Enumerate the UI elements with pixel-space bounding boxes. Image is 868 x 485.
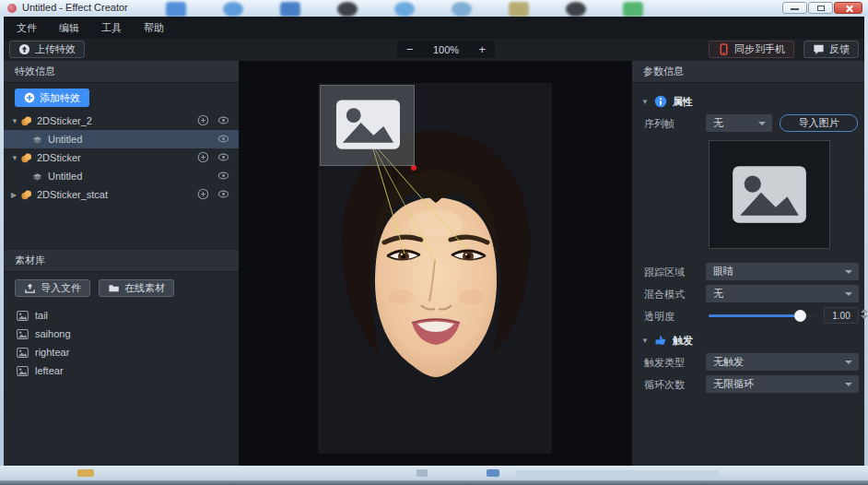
- app-window: Untitled - Effect Creator 文件 编辑 工具 帮助 上传…: [0, 0, 868, 485]
- blend-mode-value: 无: [713, 287, 723, 301]
- tree-item-label: 2DSticker: [37, 152, 81, 163]
- trigger-type-label: 触发类型: [644, 356, 685, 370]
- sequence-frame-row: 序列帧 无 导入图片: [632, 114, 864, 133]
- glass-background-icons: [166, 2, 792, 17]
- chevron-down-icon: [845, 361, 852, 364]
- sequence-frame-label: 序列帧: [644, 117, 674, 131]
- trigger-thumb-icon: [654, 334, 667, 347]
- app-icon: [7, 4, 17, 13]
- trigger-type-select[interactable]: 无触发: [706, 353, 859, 371]
- close-button[interactable]: [834, 2, 862, 14]
- taskbar-strip: [0, 466, 868, 485]
- minimize-icon: [791, 8, 799, 10]
- effect-tree: ▼ 2DSticker_2 Untitled: [4, 112, 239, 204]
- section-expanded-arrow-icon[interactable]: ▼: [641, 337, 649, 345]
- menu-file[interactable]: 文件: [17, 21, 37, 35]
- phone-icon: [718, 43, 730, 55]
- visibility-eye-icon[interactable]: [217, 170, 229, 182]
- properties-section-label: 属性: [673, 95, 693, 109]
- opacity-stepper[interactable]: [861, 309, 868, 319]
- visibility-eye-icon[interactable]: [217, 114, 229, 126]
- feedback-button[interactable]: 反馈: [803, 41, 859, 58]
- add-child-icon[interactable]: [197, 114, 209, 126]
- parameter-panel: 参数信息 ▼ 属性 序列帧 无 导入图片: [631, 61, 864, 466]
- blend-mode-label: 混合模式: [644, 288, 685, 302]
- expanded-arrow-icon[interactable]: ▼: [11, 154, 20, 162]
- online-material-button[interactable]: 在线素材: [99, 279, 174, 297]
- tree-item-2dsticker-2[interactable]: ▼ 2DSticker_2: [4, 112, 239, 130]
- material-image-icon: [17, 365, 29, 377]
- opacity-row: 透明度 1.00: [632, 307, 864, 325]
- collapsed-arrow-icon[interactable]: ▶: [11, 191, 20, 199]
- chevron-down-icon: [758, 122, 766, 125]
- opacity-value-box[interactable]: 1.00: [824, 307, 859, 324]
- tree-item-untitled-selected[interactable]: Untitled: [4, 130, 239, 148]
- import-file-button[interactable]: 导入文件: [15, 279, 90, 297]
- sequence-frame-select[interactable]: 无: [706, 114, 772, 132]
- material-image-icon: [17, 347, 29, 359]
- tree-item-2dsticker[interactable]: ▼ 2DSticker: [4, 148, 239, 167]
- visibility-eye-icon[interactable]: [217, 188, 229, 200]
- sticker-image-preview[interactable]: [709, 140, 830, 249]
- chevron-down-icon: [845, 383, 852, 386]
- tree-item-label: Untitled: [48, 171, 82, 182]
- tracking-area-select[interactable]: 眼睛: [706, 263, 859, 280]
- trigger-type-row: 触发类型 无触发: [632, 353, 864, 372]
- zoom-out-button[interactable]: −: [406, 43, 414, 55]
- plus-circle-icon: [24, 92, 35, 103]
- material-name: rightear: [35, 347, 69, 358]
- material-name: saihong: [35, 328, 71, 339]
- window-title: Untitled - Effect Creator: [22, 2, 128, 13]
- maximize-button[interactable]: [808, 2, 833, 14]
- properties-info-icon: [654, 95, 667, 108]
- toolbar: 上传特效 − 100% + 同步到手机: [4, 39, 864, 61]
- opacity-slider[interactable]: [709, 314, 817, 317]
- chevron-down-icon: [845, 292, 852, 296]
- material-item-leftear[interactable]: leftear: [4, 361, 239, 380]
- preview-stage[interactable]: [318, 83, 552, 454]
- step-up-icon[interactable]: [861, 309, 868, 313]
- add-child-icon[interactable]: [197, 151, 209, 163]
- expanded-arrow-icon[interactable]: ▼: [11, 117, 20, 125]
- menu-tools[interactable]: 工具: [101, 21, 122, 35]
- material-item-saihong[interactable]: saihong: [4, 325, 239, 343]
- blend-mode-select[interactable]: 无: [706, 285, 859, 302]
- menu-edit[interactable]: 编辑: [59, 21, 79, 35]
- sequence-frame-value: 无: [713, 116, 723, 130]
- material-library-header: 素材库: [4, 250, 239, 272]
- step-down-icon[interactable]: [861, 315, 868, 319]
- section-expanded-arrow-icon[interactable]: ▼: [641, 98, 649, 106]
- import-image-button[interactable]: 导入图片: [780, 114, 858, 132]
- properties-section-row[interactable]: ▼ 属性: [632, 92, 864, 111]
- taskbar-item: [416, 469, 428, 477]
- taskbar-edge: [0, 480, 868, 485]
- opacity-slider-knob[interactable]: [794, 310, 806, 322]
- tree-item-label: Untitled: [48, 134, 82, 145]
- sticker-placeholder[interactable]: [320, 85, 415, 166]
- material-item-tail[interactable]: tail: [4, 306, 239, 325]
- upload-effect-button[interactable]: 上传特效: [9, 41, 85, 58]
- material-name: leftear: [35, 365, 64, 376]
- opacity-label: 透明度: [644, 310, 674, 324]
- visibility-eye-icon[interactable]: [217, 133, 229, 145]
- minimize-button[interactable]: [782, 2, 807, 14]
- menu-help[interactable]: 帮助: [144, 21, 164, 35]
- menu-bar: 文件 编辑 工具 帮助: [4, 17, 864, 39]
- tracking-area-label: 跟踪区域: [644, 266, 685, 279]
- material-item-rightear[interactable]: rightear: [4, 343, 239, 361]
- tree-item-label: 2DSticker_stcat: [37, 189, 108, 200]
- loop-count-select[interactable]: 无限循环: [706, 375, 859, 393]
- layer-icon: [31, 134, 43, 146]
- material-image-icon: [17, 328, 29, 340]
- tree-item-2dsticker-stcat[interactable]: ▶ 2DSticker_stcat: [4, 185, 239, 204]
- feedback-label: 反馈: [829, 42, 850, 56]
- trigger-section-row[interactable]: ▼ 触发: [632, 331, 864, 349]
- visibility-eye-icon[interactable]: [217, 151, 229, 163]
- zoom-in-button[interactable]: +: [478, 43, 486, 55]
- tree-item-untitled[interactable]: Untitled: [4, 167, 239, 185]
- trigger-type-value: 无触发: [713, 355, 744, 369]
- add-effect-button[interactable]: 添加特效: [15, 89, 89, 107]
- sync-to-phone-button[interactable]: 同步到手机: [709, 41, 794, 58]
- image-placeholder-icon: [335, 99, 401, 150]
- add-child-icon[interactable]: [197, 188, 209, 200]
